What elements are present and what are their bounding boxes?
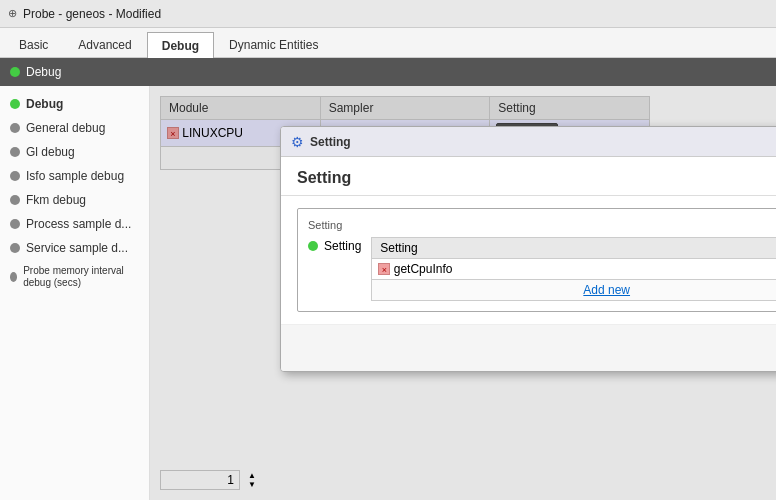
inner-dot-label-text: Setting <box>324 239 361 253</box>
dialog-heading: Setting <box>297 169 351 186</box>
dialog-footer: Close <box>281 324 776 371</box>
gl-debug-dot <box>10 147 20 157</box>
inner-table: Setting × <box>371 237 776 280</box>
inner-dot-label-area: Setting <box>308 237 361 253</box>
left-item-service-debug-label: Service sample d... <box>26 241 128 255</box>
dialog-heading-area: Setting <box>281 157 776 196</box>
left-item-process-debug[interactable]: Process sample d... <box>0 212 149 236</box>
inner-table-area: Setting Setting <box>308 237 776 301</box>
dialog-body: Setting Setting <box>281 196 776 324</box>
left-item-debug-label: Debug <box>26 97 63 111</box>
dialog-title-bar: ⚙ Setting ✕ <box>281 127 776 157</box>
left-item-probe-memory[interactable]: Probe memory interval debug (secs) <box>0 260 149 294</box>
left-item-general-debug[interactable]: General debug <box>0 116 149 140</box>
probe-memory-dot <box>10 272 17 282</box>
title-bar-icon: ⊕ <box>8 7 17 20</box>
inner-group: Setting Setting <box>297 208 776 312</box>
tab-basic[interactable]: Basic <box>4 31 63 57</box>
debug-dot <box>10 99 20 109</box>
main-content: Debug Debug General debug Gl debug Isfo … <box>0 58 776 500</box>
inner-green-dot <box>308 241 318 251</box>
inner-add-new-link[interactable]: Add new <box>371 280 776 301</box>
left-item-fkm-debug[interactable]: Fkm debug <box>0 188 149 212</box>
left-panel: Debug General debug Gl debug Isfo sample… <box>0 86 150 500</box>
process-debug-dot <box>10 219 20 229</box>
left-item-isfo-debug[interactable]: Isfo sample debug <box>0 164 149 188</box>
isfo-debug-dot <box>10 171 20 181</box>
left-item-debug[interactable]: Debug <box>0 92 149 116</box>
debug-header: Debug <box>0 58 776 86</box>
general-debug-dot <box>10 123 20 133</box>
debug-status-dot <box>10 67 20 77</box>
debug-header-label: Debug <box>26 65 61 79</box>
content-area: Debug General debug Gl debug Isfo sample… <box>0 86 776 500</box>
tab-dynamic-entities[interactable]: Dynamic Entities <box>214 31 333 57</box>
left-item-fkm-debug-label: Fkm debug <box>26 193 86 207</box>
service-debug-dot <box>10 243 20 253</box>
inner-row-delete-icon[interactable]: × <box>378 263 390 275</box>
tab-debug[interactable]: Debug <box>147 32 214 58</box>
tab-advanced[interactable]: Advanced <box>63 31 146 57</box>
dialog-title-icon: ⚙ <box>291 134 304 150</box>
inner-col-setting: Setting <box>372 238 776 259</box>
left-item-probe-memory-label: Probe memory interval debug (secs) <box>23 265 139 289</box>
inner-table-cell-value[interactable]: × <box>372 259 776 280</box>
dialog-title-content: ⚙ Setting <box>291 134 351 150</box>
left-item-gl-debug-label: Gl debug <box>26 145 75 159</box>
left-item-isfo-debug-label: Isfo sample debug <box>26 169 124 183</box>
inner-table-row[interactable]: × <box>372 259 776 280</box>
left-item-process-debug-label: Process sample d... <box>26 217 131 231</box>
left-item-general-debug-label: General debug <box>26 121 105 135</box>
dialog-overlay: ⚙ Setting ✕ Setting Settin <box>150 86 776 500</box>
title-bar: ⊕ Probe - geneos - Modified <box>0 0 776 28</box>
right-panel: Module Sampler Setting × L <box>150 86 776 500</box>
inner-data-table: Setting × <box>371 237 776 301</box>
dialog-title-text: Setting <box>310 135 351 149</box>
tab-bar: Basic Advanced Debug Dynamic Entities <box>0 28 776 58</box>
setting-dialog: ⚙ Setting ✕ Setting Settin <box>280 126 776 372</box>
title-bar-text: Probe - geneos - Modified <box>23 7 161 21</box>
left-item-service-debug[interactable]: Service sample d... <box>0 236 149 260</box>
fkm-debug-dot <box>10 195 20 205</box>
inner-value-input[interactable] <box>394 262 776 276</box>
left-item-gl-debug[interactable]: Gl debug <box>0 140 149 164</box>
inner-group-label: Setting <box>308 219 776 231</box>
